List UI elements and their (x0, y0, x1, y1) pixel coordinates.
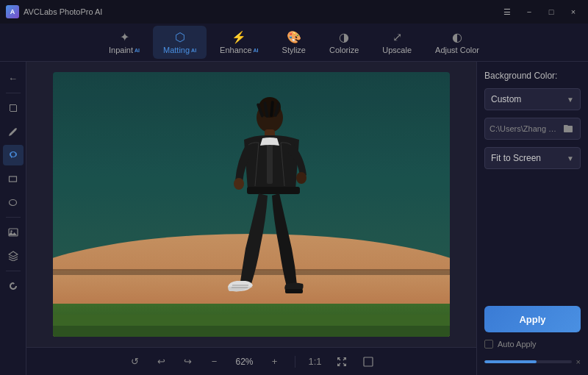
fit-mode-dropdown[interactable]: Fit to Screen ▼ (484, 147, 581, 169)
bg-color-arrow-icon: ▼ (567, 96, 574, 104)
menu-button[interactable]: ☰ (498, 6, 516, 18)
minimize-button[interactable]: − (520, 6, 538, 18)
maximize-button[interactable]: □ (542, 6, 560, 18)
svg-point-25 (296, 172, 306, 184)
tool-pen[interactable] (3, 121, 24, 142)
titlebar-controls: ☰ − □ × (498, 6, 582, 18)
tool-rect[interactable] (3, 168, 24, 189)
progress-close-button[interactable]: × (576, 357, 581, 366)
svg-point-7 (10, 230, 12, 232)
main-area: ← (0, 62, 588, 375)
apply-button[interactable]: Apply (484, 306, 581, 332)
svg-rect-26 (247, 187, 300, 194)
file-path-row: C:\Users\Zhang my\Des... (484, 118, 581, 140)
bg-color-dropdown[interactable]: Custom ▼ (484, 88, 581, 110)
adjust-color-label: Adjust Color (435, 46, 479, 54)
right-panel: Background Color: Custom ▼ C:\Users\Zhan… (476, 62, 588, 375)
tool-image[interactable] (3, 222, 24, 243)
tab-inpaint[interactable]: ✦ InpaintAI (98, 26, 150, 59)
tab-upscale[interactable]: ⤢ Upscale (372, 26, 422, 59)
stylize-label: Stylize (282, 46, 306, 54)
tool-history[interactable] (3, 276, 24, 296)
svg-point-5 (10, 199, 17, 205)
enhance-label: EnhanceAI (220, 46, 258, 54)
canvas-area: ↺ ↩ ↪ − 62% + 1:1 (26, 62, 476, 375)
titlebar-left: A AVCLabs PhotoPro AI (6, 5, 102, 18)
fit-mode-selected: Fit to Screen (491, 153, 541, 163)
tab-enhance[interactable]: ⚡ EnhanceAI (209, 26, 268, 59)
svg-rect-4 (10, 176, 17, 182)
inpaint-icon: ✦ (120, 30, 129, 44)
colorize-icon: ◑ (339, 30, 349, 44)
bg-color-selected: Custom (491, 94, 521, 104)
canvas-toolbar: ↺ ↩ ↪ − 62% + 1:1 (26, 347, 476, 375)
svg-point-24 (234, 178, 244, 190)
fit-mode-arrow-icon: ▼ (567, 154, 574, 162)
main-toolbar: ✦ InpaintAI ⬡ MattingAI ⚡ EnhanceAI 🎨 St… (0, 24, 588, 62)
tab-matting[interactable]: ⬡ MattingAI (153, 26, 207, 59)
zoom-separator (295, 356, 295, 368)
tool-layers[interactable] (3, 246, 24, 266)
svg-rect-1 (10, 104, 10, 111)
auto-apply-label: Auto Apply (498, 340, 537, 349)
zoom-level: 62% (232, 357, 258, 367)
redo-button[interactable]: ↪ (179, 352, 198, 371)
svg-rect-0 (10, 104, 16, 105)
tool-ellipse[interactable] (3, 192, 24, 213)
tool-back[interactable]: ← (3, 68, 24, 88)
file-browse-button[interactable] (561, 121, 576, 136)
fit-screen-button[interactable] (332, 352, 351, 371)
matting-label: MattingAI (163, 46, 196, 54)
zoom-plus-button[interactable]: + (265, 352, 284, 371)
progress-bar-fill (484, 360, 537, 363)
close-button[interactable]: × (564, 6, 582, 18)
undo-button[interactable]: ↩ (152, 352, 171, 371)
titlebar: A AVCLabs PhotoPro AI ☰ − □ × (0, 0, 588, 24)
tab-colorize[interactable]: ◑ Colorize (319, 26, 369, 59)
zoom-minus-button[interactable]: − (205, 352, 224, 371)
tool-separator-3 (6, 271, 21, 271)
svg-rect-14 (53, 326, 450, 337)
app-title: AVCLabs PhotoPro AI (24, 7, 102, 16)
rotate-left-button[interactable]: ↺ (126, 352, 145, 371)
svg-rect-3 (16, 105, 17, 112)
image-frame[interactable] (53, 72, 450, 337)
bg-color-label: Background Color: (484, 71, 581, 81)
folder-icon (563, 124, 573, 134)
zoom-1to1-button[interactable]: 1:1 (306, 352, 325, 371)
auto-apply-row: Auto Apply (484, 340, 581, 349)
svg-rect-23 (267, 140, 273, 184)
upscale-icon: ⤢ (392, 30, 402, 44)
fullscreen-button[interactable] (359, 352, 378, 371)
inpaint-label: InpaintAI (109, 46, 140, 54)
main-image (53, 72, 450, 337)
upscale-label: Upscale (382, 46, 412, 54)
file-path-text: C:\Users\Zhang my\Des... (490, 124, 558, 133)
stylize-icon: 🎨 (287, 30, 301, 44)
svg-rect-30 (364, 357, 373, 366)
tool-separator-1 (6, 93, 21, 93)
tool-separator-2 (6, 217, 21, 218)
svg-rect-27 (285, 289, 303, 293)
tab-adjust-color[interactable]: ◐ Adjust Color (425, 26, 490, 59)
enhance-icon: ⚡ (232, 30, 246, 44)
colorize-label: Colorize (329, 46, 359, 54)
svg-rect-2 (10, 111, 17, 112)
panel-spacer (484, 176, 581, 299)
left-sidebar: ← (0, 62, 26, 375)
adjust-color-icon: ◐ (452, 30, 462, 44)
canvas-content (26, 62, 476, 347)
tool-lasso[interactable] (3, 145, 24, 165)
tab-stylize[interactable]: 🎨 Stylize (272, 26, 316, 59)
app-logo: A (6, 5, 19, 18)
matting-icon: ⬡ (175, 30, 185, 44)
progress-bar (484, 360, 572, 363)
tool-crop[interactable] (3, 98, 24, 118)
auto-apply-checkbox[interactable] (484, 340, 493, 349)
progress-row: × (484, 357, 581, 366)
